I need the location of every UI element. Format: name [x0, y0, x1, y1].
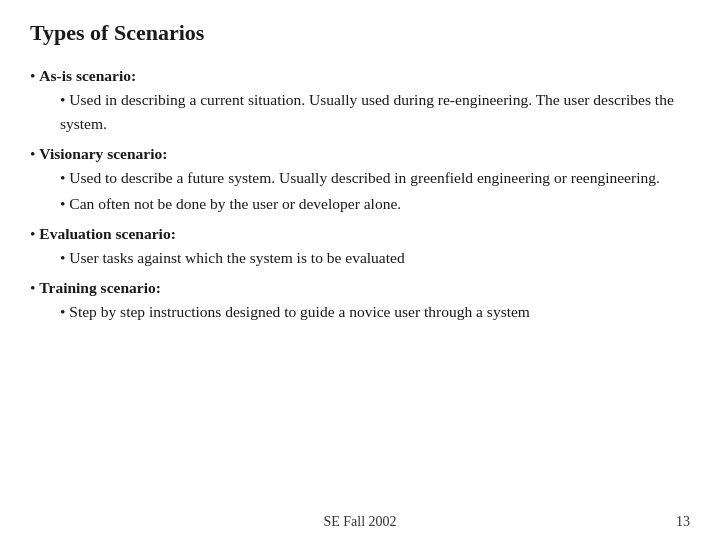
bullet-training-sub1: • Step by step instructions designed to … [60, 300, 690, 324]
bullet-visionary: • Visionary scenario: • Used to describe… [30, 142, 690, 216]
footer-label: SE Fall 2002 [323, 514, 396, 530]
bullet-l2-dot: • [60, 91, 69, 108]
bullet-l1-dot: • [30, 145, 39, 162]
bullet-visionary-sub2: • Can often not be done by the user or d… [60, 192, 690, 216]
bullet-l1-dot: • [30, 279, 39, 296]
footer-page: 13 [676, 514, 690, 530]
bullet-l1-dot: • [30, 67, 39, 84]
bullet-training-label: Training scenario: [39, 279, 161, 296]
bullet-l2-dot: • [60, 169, 69, 186]
bullet-as-is-label: As-is scenario: [39, 67, 136, 84]
bullet-l2-dot: • [60, 303, 69, 320]
bullet-l2-dot: • [60, 195, 69, 212]
slide-title: Types of Scenarios [30, 20, 690, 46]
bullet-visionary-sub1: • Used to describe a future system. Usua… [60, 166, 690, 190]
slide-content: • As-is scenario: • Used in describing a… [30, 64, 690, 520]
bullet-l2-dot: • [60, 249, 69, 266]
bullet-visionary-label: Visionary scenario: [39, 145, 167, 162]
bullet-training: • Training scenario: • Step by step inst… [30, 276, 690, 324]
bullet-as-is-sub1: • Used in describing a current situation… [60, 88, 690, 136]
bullet-evaluation: • Evaluation scenario: • User tasks agai… [30, 222, 690, 270]
slide-container: Types of Scenarios • As-is scenario: • U… [0, 0, 720, 540]
bullet-l1-dot: • [30, 225, 39, 242]
bullet-evaluation-sub1: • User tasks against which the system is… [60, 246, 690, 270]
bullet-evaluation-label: Evaluation scenario: [39, 225, 176, 242]
bullet-as-is: • As-is scenario: • Used in describing a… [30, 64, 690, 136]
